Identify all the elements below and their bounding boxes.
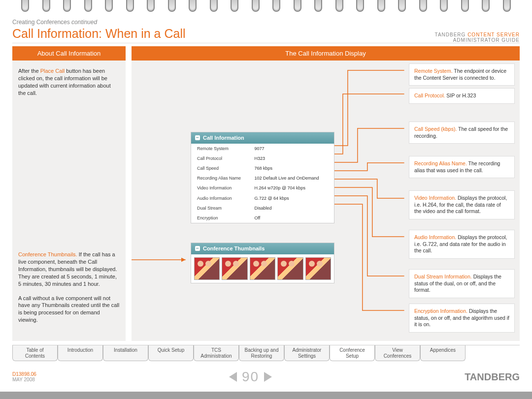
- thumbnail: [277, 257, 303, 280]
- callout-term: Remote System.: [414, 68, 453, 74]
- thumbs-header: − Conference Thumbnails: [191, 243, 334, 254]
- callout-box: Call Speed (kbps). The call speed for th…: [409, 122, 515, 144]
- table-row: Remote System9077: [191, 144, 334, 153]
- table-row: Recording Alias Name102 Default Live and…: [191, 173, 334, 183]
- pager: 90: [229, 369, 272, 385]
- footer: D13898.06 MAY 2008 90 TANDBERG: [0, 366, 532, 392]
- prev-page-icon[interactable]: [229, 372, 237, 382]
- doc-subtitle: ADMINISTRATOR GUIDE: [435, 37, 520, 43]
- thumbnails-panel: − Conference Thumbnails: [191, 243, 334, 283]
- thumbnail: [305, 257, 331, 280]
- nav-tab[interactable]: TCSAdministration: [194, 345, 239, 361]
- callout-text: SIP or H.323: [445, 92, 476, 98]
- table-row: Call Speed768 kbps: [191, 163, 334, 173]
- next-page-icon[interactable]: [264, 372, 272, 382]
- thumbs-title: Conference Thumbnails: [203, 245, 265, 252]
- table-row: Video InformationH.264 w720p @ 704 kbps: [191, 183, 334, 193]
- table-row: Call ProtocolH323: [191, 153, 334, 163]
- collapse-icon[interactable]: −: [195, 135, 200, 140]
- thumbnail: [194, 257, 220, 280]
- row-value: G.722 @ 64 kbps: [253, 193, 334, 203]
- callout-box: Video Information. Displays the protocol…: [409, 190, 515, 219]
- callout-box: Call Protocol. SIP or H.323: [409, 88, 515, 104]
- breadcrumb-prefix: Creating Conferences: [12, 19, 71, 26]
- nav-tab[interactable]: Installation: [103, 345, 148, 361]
- main-header: The Call Information Display: [132, 46, 520, 61]
- row-label: Audio Information: [191, 193, 253, 203]
- nav-tab[interactable]: ViewConferences: [375, 345, 420, 361]
- row-value: H.264 w720p @ 704 kbps: [253, 183, 334, 193]
- table-row: Dual StreamDisabled: [191, 203, 334, 213]
- row-value: H323: [253, 153, 334, 163]
- callout-box: Encryption Information. Displays the sta…: [409, 304, 515, 333]
- breadcrumb-suffix: continued: [71, 19, 97, 26]
- callout-box: Recording Alias Name. The recording alia…: [409, 156, 515, 178]
- callout-box: Remote System. The endpoint or device th…: [409, 63, 515, 86]
- nav-tab[interactable]: ConferenceSetup: [330, 345, 375, 361]
- doc-brand: TANDBERG: [435, 32, 468, 37]
- row-label: Encryption: [191, 213, 253, 223]
- row-label: Video Information: [191, 183, 253, 193]
- page: Creating Conferences continued Call Info…: [0, 0, 532, 392]
- brand-logo: TANDBERG: [465, 371, 520, 383]
- row-label: Call Protocol: [191, 153, 253, 163]
- callout-term: Encryption Information.: [414, 308, 467, 314]
- panel-title: Call Information: [203, 134, 244, 142]
- callout-term: Call Speed (kbps).: [414, 126, 457, 132]
- page-title: Call Information: When in a Call: [12, 27, 186, 41]
- callout-box: Audio Information. Displays the protocol…: [409, 230, 515, 259]
- callout-box: Dual Stream Information. Displays the st…: [409, 269, 515, 298]
- nav-tabs: Table ofContentsIntroductionInstallation…: [12, 345, 520, 361]
- left-para-1: After the Place Call button has been cli…: [18, 67, 120, 96]
- doc-product: CONTENT SERVER: [467, 32, 520, 37]
- call-info-panel: − Call Information Remote System9077Call…: [191, 132, 334, 223]
- main-column: The Call Information Display: [132, 46, 520, 341]
- doc-meta: TANDBERG CONTENT SERVER ADMINISTRATOR GU…: [435, 32, 520, 43]
- collapse-icon[interactable]: −: [195, 246, 200, 251]
- thumbnail: [222, 257, 247, 280]
- row-value: 102 Default Live and OnDemand: [253, 173, 334, 183]
- breadcrumb: Creating Conferences continued: [12, 19, 520, 26]
- nav-tab[interactable]: AdministratorSettings: [284, 345, 330, 361]
- nav-tab[interactable]: Appendices: [420, 345, 466, 361]
- left-para-3: A call without a live component will not…: [18, 295, 120, 324]
- row-label: Dual Stream: [191, 203, 253, 213]
- left-para-2: Conference Thumbnails. If the call has a…: [18, 251, 120, 287]
- row-value: 9077: [253, 144, 334, 153]
- callout-term: Recording Alias Name.: [414, 160, 467, 166]
- callout-term: Call Protocol.: [414, 92, 445, 98]
- row-label: Call Speed: [191, 163, 253, 173]
- nav-tab[interactable]: Quick Setup: [148, 345, 194, 361]
- diagram-area: − Call Information Remote System9077Call…: [132, 61, 520, 341]
- nav-tab[interactable]: Introduction: [58, 345, 103, 361]
- row-value: 768 kbps: [253, 163, 334, 173]
- footer-left: D13898.06 MAY 2008: [12, 371, 36, 382]
- panel-header: − Call Information: [191, 132, 334, 144]
- table-row: Audio InformationG.722 @ 64 kbps: [191, 193, 334, 203]
- doc-date: MAY 2008: [12, 377, 36, 382]
- row-value: Disabled: [253, 203, 334, 213]
- spiral-binding: [0, 0, 532, 15]
- row-label: Remote System: [191, 144, 253, 153]
- thumbnail: [250, 257, 275, 280]
- call-info-table: Remote System9077Call ProtocolH323Call S…: [191, 144, 334, 223]
- doc-id: D13898.06: [12, 371, 36, 377]
- row-value: Off: [253, 213, 334, 223]
- page-number: 90: [242, 369, 259, 385]
- callout-term: Dual Stream Information.: [414, 274, 472, 279]
- left-column: About Call Information After the Place C…: [12, 46, 126, 341]
- table-row: EncryptionOff: [191, 213, 334, 223]
- nav-tab[interactable]: Backing up andRestoring: [239, 345, 284, 361]
- callout-term: Audio Information.: [414, 234, 456, 240]
- left-header: About Call Information: [12, 46, 126, 61]
- callout-term: Video Information.: [414, 195, 456, 201]
- nav-tab[interactable]: Table ofContents: [12, 345, 58, 361]
- row-label: Recording Alias Name: [191, 173, 253, 183]
